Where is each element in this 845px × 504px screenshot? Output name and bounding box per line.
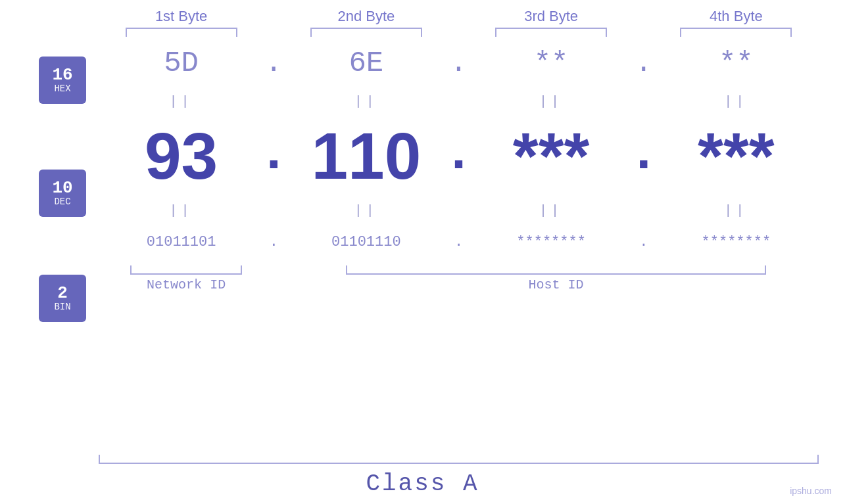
class-label: Class A xyxy=(366,470,479,497)
bracket-cell-1 xyxy=(99,28,264,37)
bin-badge-number: 2 xyxy=(57,285,68,302)
badge-spacer xyxy=(26,8,99,25)
eq2-cell2: || xyxy=(283,203,448,218)
equals-row-1: || || || || xyxy=(99,89,819,113)
main-container: 1st Byte 2nd Byte 3rd Byte 4th Byte 16 xyxy=(0,0,845,504)
sep-spacer2 xyxy=(449,8,469,25)
host-id-label-wrap: Host ID xyxy=(293,277,819,292)
bin-dot-2: . xyxy=(449,234,469,250)
hex-badge-number: 16 xyxy=(52,66,72,83)
hex-val-4: ** xyxy=(719,47,754,80)
badges-column: 16 HEX 10 DEC 2 BIN xyxy=(26,37,99,455)
eq1-cell4: || xyxy=(654,94,819,109)
bracket-2 xyxy=(310,28,422,37)
bracket-cell-2 xyxy=(283,28,448,37)
bottom-bracket-host-wrap xyxy=(293,265,819,275)
network-id-label-wrap: Network ID xyxy=(99,277,274,292)
bin-cell-4: ******** xyxy=(654,234,819,250)
bin-badge: 2 BIN xyxy=(39,275,86,322)
dec-cell-2: 110 xyxy=(283,123,448,189)
hex-val-2: 6E xyxy=(349,47,383,80)
bin-val-1: 01011101 xyxy=(147,234,216,250)
bin-badge-label: BIN xyxy=(54,302,70,312)
eq1-cell2: || xyxy=(283,94,448,109)
hex-cell-4: ** xyxy=(654,47,819,80)
bracket-cell-4 xyxy=(654,28,819,37)
top-brackets-row xyxy=(26,28,819,37)
hex-cell-3: ** xyxy=(469,47,634,80)
bin-cell-2: 01101110 xyxy=(283,234,448,250)
dec-val-4: *** xyxy=(698,123,775,189)
bracket-sep3 xyxy=(634,28,654,37)
dec-cell-3: *** xyxy=(469,123,634,189)
dec-dot-2: . xyxy=(449,124,469,188)
dec-badge: 10 DEC xyxy=(39,170,86,217)
sep-spacer3 xyxy=(634,8,654,25)
byte3-header: 3rd Byte xyxy=(469,8,634,25)
byte4-header: 4th Byte xyxy=(654,8,819,25)
dec-data-row: 93 . 110 . *** . *** xyxy=(99,113,819,198)
hex-dot-1: . xyxy=(264,47,283,80)
class-label-row: Class A xyxy=(26,470,819,497)
hex-val-1: 5D xyxy=(164,47,199,80)
bottom-brackets-container xyxy=(99,265,819,275)
bin-cell-3: ******** xyxy=(469,234,634,250)
eq2-cell3: || xyxy=(469,203,634,218)
hex-data-row: 5D . 6E . ** . ** xyxy=(99,37,819,89)
bin-val-2: 01101110 xyxy=(331,234,401,250)
hex-badge-label: HEX xyxy=(54,83,70,94)
bracket-4 xyxy=(680,28,792,37)
bottom-bracket-host xyxy=(346,265,766,275)
bottom-bracket-network-wrap xyxy=(99,265,274,275)
dec-val-1: 93 xyxy=(145,123,218,189)
eq2-cell1: || xyxy=(99,203,264,218)
bracket-3 xyxy=(495,28,607,37)
hex-cell-2: 6E xyxy=(283,47,448,80)
bottom-bracket-network xyxy=(130,265,242,275)
content-area: 16 HEX 10 DEC 2 BIN 5D . 6E xyxy=(26,37,819,455)
dec-val-3: *** xyxy=(513,123,590,189)
id-labels-row: Network ID Host ID xyxy=(99,277,819,292)
full-bottom-bracket xyxy=(99,455,819,464)
host-id-label: Host ID xyxy=(529,277,584,292)
bin-val-4: ******** xyxy=(702,234,771,250)
eq1-cell1: || xyxy=(99,94,264,109)
bin-dot-3: . xyxy=(634,234,654,250)
watermark: ipshu.com xyxy=(790,486,832,496)
bracket-sep2 xyxy=(449,28,469,37)
sep-spacer1 xyxy=(264,8,283,25)
dec-cell-1: 93 xyxy=(99,123,264,189)
bin-cell-1: 01011101 xyxy=(99,234,264,250)
network-id-label: Network ID xyxy=(147,277,226,292)
dec-cell-4: *** xyxy=(654,123,819,189)
dec-val-2: 110 xyxy=(311,123,421,189)
bracket-1 xyxy=(126,28,237,37)
byte-headers-row: 1st Byte 2nd Byte 3rd Byte 4th Byte xyxy=(26,8,819,25)
byte1-header: 1st Byte xyxy=(99,8,264,25)
byte2-header: 2nd Byte xyxy=(283,8,448,25)
bin-val-3: ******** xyxy=(516,234,586,250)
hex-cell-1: 5D xyxy=(99,47,264,80)
eq1-cell3: || xyxy=(469,94,634,109)
dec-dot-3: . xyxy=(634,124,654,188)
dec-badge-label: DEC xyxy=(54,196,70,207)
equals-row-2: || || || || xyxy=(99,198,819,222)
hex-val-3: ** xyxy=(534,47,569,80)
dec-badge-number: 10 xyxy=(52,179,72,196)
bin-data-row: 01011101 . 01101110 . ******** . *******… xyxy=(99,222,819,262)
label-sep1 xyxy=(274,277,293,292)
bin-dot-1: . xyxy=(264,234,283,250)
full-bottom-bracket-row xyxy=(99,455,819,464)
hex-badge: 16 HEX xyxy=(39,57,86,104)
hex-dot-2: . xyxy=(449,47,469,80)
bracket-spacer xyxy=(26,28,99,37)
dec-dot-1: . xyxy=(264,124,283,188)
hex-dot-3: . xyxy=(634,47,654,80)
bracket-cell-3 xyxy=(469,28,634,37)
bracket-sep1 xyxy=(264,28,283,37)
eq2-cell4: || xyxy=(654,203,819,218)
data-rows-container: 5D . 6E . ** . ** || || xyxy=(99,37,819,455)
